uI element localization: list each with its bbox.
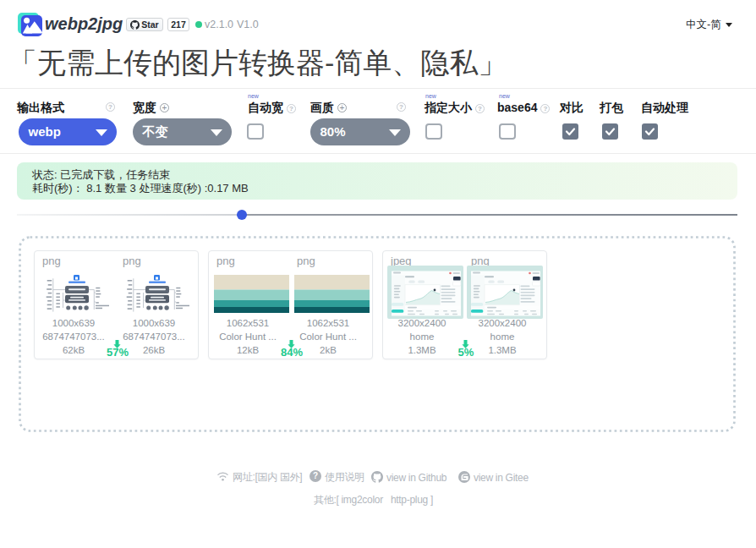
svg-text:?: ? — [313, 471, 318, 480]
